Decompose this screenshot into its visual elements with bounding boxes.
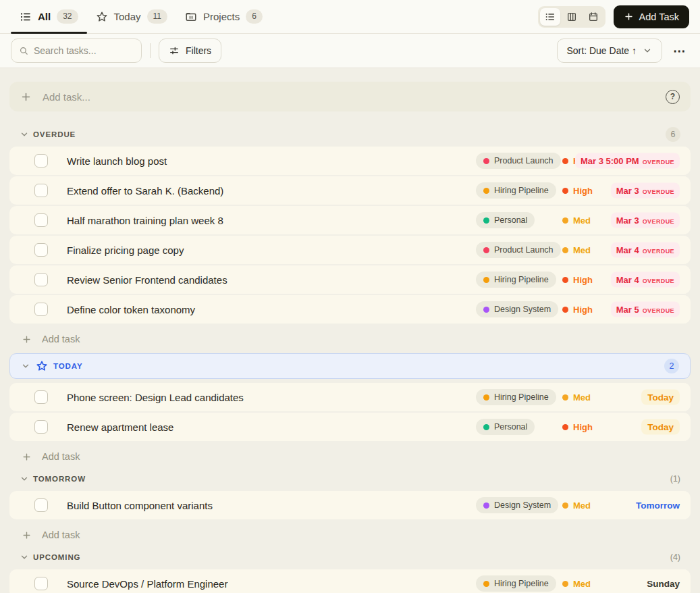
star-icon: [36, 360, 48, 372]
more-options-button[interactable]: ⋯: [670, 43, 689, 59]
section-header[interactable]: TODAY 2: [9, 353, 691, 379]
task-checkbox[interactable]: [34, 390, 48, 404]
task-title: Renew apartment lease: [67, 421, 173, 433]
tag-pill[interactable]: Personal: [476, 419, 535, 435]
search-input[interactable]: [34, 45, 134, 56]
task-row[interactable]: Source DevOps / Platform Engineer Hiring…: [9, 569, 691, 593]
priority-dot: [562, 217, 568, 224]
add-task-link[interactable]: Add task: [9, 448, 691, 465]
task-row[interactable]: Define color token taxonomy Design Syste…: [9, 295, 691, 324]
task-meta: Hiring Pipeline Med Sunday: [476, 569, 680, 593]
task-meta: Product Launch Med Mar 4 OVERDUE: [476, 236, 680, 264]
tag-label: Personal: [494, 215, 527, 225]
chevron-down-icon[interactable]: [20, 130, 29, 139]
tag-pill[interactable]: Product Launch: [476, 153, 561, 169]
add-task-link-label: Add task: [42, 334, 80, 344]
list-icon: [20, 11, 32, 23]
task-row[interactable]: Build Button component variants Design S…: [9, 491, 691, 519]
task-checkbox[interactable]: [34, 213, 48, 227]
chevron-down-icon[interactable]: [20, 474, 29, 484]
search-box[interactable]: [11, 38, 142, 63]
task-meta: Hiring Pipeline High Mar 4 OVERDUE: [476, 265, 680, 294]
add-task-link[interactable]: Add task: [9, 330, 691, 348]
quick-add-input[interactable]: [43, 91, 655, 103]
due-status-badge: OVERDUE: [643, 218, 674, 225]
filters-button[interactable]: Filters: [159, 38, 221, 63]
section-header[interactable]: OVERDUE 6: [9, 126, 691, 143]
task-row[interactable]: Review Senior Frontend candidates Hiring…: [9, 265, 691, 294]
task-row[interactable]: Half marathon training plan week 8 Perso…: [9, 206, 691, 234]
tag-label: Design System: [494, 305, 551, 314]
due-cell: Mar 4 OVERDUE: [611, 272, 680, 288]
tab-label: Projects: [203, 11, 240, 22]
due-cell: Mar 5 OVERDUE: [611, 301, 680, 317]
task-checkbox[interactable]: [34, 273, 48, 286]
toolbar-divider: [150, 43, 151, 58]
add-task-button[interactable]: Add Task: [614, 5, 689, 28]
task-row[interactable]: Finalize pricing page copy Product Launc…: [9, 236, 691, 264]
tag-color-dot: [483, 277, 489, 283]
task-checkbox[interactable]: [34, 154, 48, 167]
priority-indicator: High: [562, 422, 611, 432]
tag-pill[interactable]: Personal: [476, 212, 535, 228]
plus-icon: [22, 452, 32, 462]
chevron-down-icon[interactable]: [20, 552, 29, 562]
chevron-down-icon[interactable]: [21, 361, 30, 371]
section-header[interactable]: TOMORROW (1): [9, 471, 691, 487]
due-date: Mar 3 5:00 PM: [581, 156, 639, 166]
chevron-down-icon: [643, 46, 652, 55]
task-section: TODAY 2 Phone screen: Design Lead candid…: [9, 353, 691, 465]
quick-add-row[interactable]: ?: [9, 82, 691, 111]
add-task-link[interactable]: Add task: [9, 526, 691, 544]
tag-pill[interactable]: Design System: [476, 497, 558, 513]
calendar-icon: [588, 11, 599, 22]
list-view-button[interactable]: [540, 8, 560, 26]
tab-all[interactable]: All 32: [11, 0, 87, 33]
task-checkbox[interactable]: [34, 184, 48, 197]
priority-label: High: [573, 275, 593, 285]
tag-pill[interactable]: Hiring Pipeline: [476, 182, 556, 199]
tag-color-dot: [483, 188, 489, 194]
tag-pill[interactable]: Hiring Pipeline: [476, 575, 556, 592]
tag-color-dot: [483, 424, 489, 430]
sort-button[interactable]: Sort: Due Date ↑: [557, 38, 663, 63]
task-row[interactable]: Extend offer to Sarah K. (Backend) Hirin…: [9, 176, 691, 205]
section-rows: Write launch blog post Product Launch Hi…: [9, 147, 691, 324]
task-checkbox[interactable]: [34, 498, 48, 512]
tag-pill[interactable]: Design System: [476, 301, 558, 317]
tab-projects[interactable]: Projects 6: [176, 0, 271, 33]
tag-pill[interactable]: Product Launch: [476, 242, 561, 258]
section-rows: Phone screen: Design Lead candidates Hir…: [9, 383, 691, 441]
tab-today[interactable]: Today 11: [87, 0, 177, 33]
task-checkbox[interactable]: [34, 243, 48, 257]
priority-dot: [562, 424, 568, 430]
task-row[interactable]: Phone screen: Design Lead candidates Hir…: [9, 383, 691, 411]
section-count-badge: 2: [664, 359, 679, 373]
tag-pill[interactable]: Hiring Pipeline: [476, 389, 556, 405]
priority-indicator: Med: [562, 392, 611, 403]
tag-cell: Hiring Pipeline: [476, 272, 562, 288]
plus-icon: [22, 530, 32, 540]
due-pill: Today: [641, 390, 680, 405]
board-view-button[interactable]: [562, 8, 582, 26]
task-row[interactable]: Write launch blog post Product Launch Hi…: [9, 147, 691, 175]
due-status-badge: OVERDUE: [643, 248, 674, 255]
tag-cell: Design System: [476, 301, 562, 317]
priority-label: Med: [573, 245, 591, 255]
tag-pill[interactable]: Hiring Pipeline: [476, 272, 556, 288]
tag-label: Hiring Pipeline: [494, 186, 549, 195]
section-header[interactable]: UPCOMING (4): [9, 549, 691, 565]
tag-color-dot: [483, 394, 489, 401]
priority-indicator: High: [562, 305, 611, 315]
calendar-view-button[interactable]: [583, 8, 603, 26]
task-row[interactable]: Renew apartment lease Personal High Toda…: [9, 413, 691, 441]
task-checkbox[interactable]: [34, 420, 48, 434]
priority-dot: [562, 581, 568, 587]
task-title: Finalize pricing page copy: [67, 244, 184, 256]
task-section: UPCOMING (4) Source DevOps / Platform En…: [9, 549, 691, 593]
tab-count-badge: 6: [246, 9, 263, 23]
folder-icon: [185, 11, 197, 23]
help-icon[interactable]: ?: [666, 90, 680, 104]
task-checkbox[interactable]: [34, 577, 48, 590]
task-checkbox[interactable]: [34, 303, 48, 316]
